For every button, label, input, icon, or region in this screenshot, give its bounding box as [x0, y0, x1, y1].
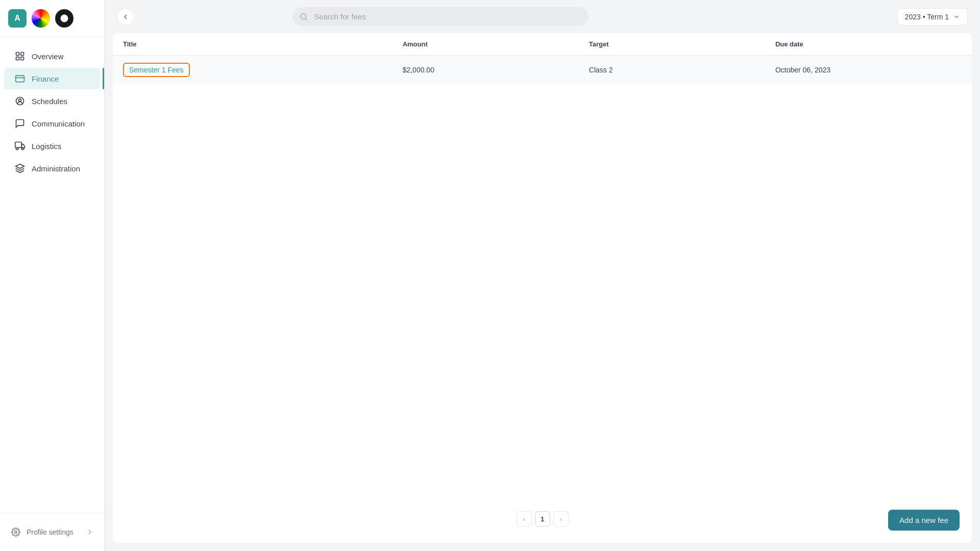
fee-target-cell: Class 2 — [589, 66, 775, 74]
term-selector[interactable]: 2023 • Term 1 — [897, 8, 968, 26]
add-new-fee-button[interactable]: Add a new fee — [888, 510, 960, 531]
sidebar-item-communication-label: Communication — [32, 119, 85, 128]
content-area: Title Amount Target Due date Semester 1 … — [113, 33, 972, 543]
svg-rect-3 — [16, 57, 19, 60]
pagination-next-button[interactable]: › — [553, 511, 569, 527]
sidebar-item-communication[interactable]: Communication — [4, 113, 100, 134]
schedules-icon — [14, 95, 26, 107]
svg-point-9 — [16, 147, 18, 149]
svg-rect-4 — [21, 57, 24, 60]
svg-point-12 — [301, 14, 306, 19]
table-header: Title Amount Target Due date — [113, 33, 972, 56]
table-row: Semester 1 Fees $2,000.00 Class 2 Octobe… — [113, 56, 972, 84]
col-header-amount: Amount — [403, 40, 589, 48]
fee-title-link[interactable]: Semester 1 Fees — [123, 63, 190, 77]
sidebar-item-logistics[interactable]: Logistics — [4, 135, 100, 157]
finance-icon — [14, 73, 26, 84]
sidebar-item-overview-label: Overview — [32, 52, 64, 61]
settings-icon — [10, 527, 21, 538]
col-header-title: Title — [123, 40, 403, 48]
logistics-icon — [14, 140, 26, 152]
col-header-target: Target — [589, 40, 775, 48]
svg-rect-5 — [16, 76, 24, 82]
profile-settings-item[interactable]: Profile settings — [4, 521, 100, 543]
sidebar-item-schedules-label: Schedules — [32, 97, 67, 106]
fee-amount-cell: $2,000.00 — [403, 66, 589, 74]
sidebar-item-administration-label: Administration — [32, 164, 80, 173]
overview-icon — [14, 51, 26, 62]
sidebar-item-overview[interactable]: Overview — [4, 45, 100, 67]
sidebar-item-finance[interactable]: Finance — [4, 68, 100, 89]
col-header-due-date: Due date — [775, 40, 962, 48]
svg-point-11 — [15, 531, 17, 534]
avatar-a[interactable]: A — [8, 9, 27, 28]
communication-icon — [14, 118, 26, 129]
svg-rect-8 — [15, 142, 21, 148]
svg-rect-1 — [16, 53, 19, 56]
avatar-rainbow[interactable] — [32, 9, 50, 28]
sidebar-item-logistics-label: Logistics — [32, 142, 61, 151]
svg-rect-2 — [21, 53, 24, 56]
sidebar-item-finance-label: Finance — [32, 74, 59, 83]
chevron-right-icon — [86, 528, 94, 536]
main-content: 2023 • Term 1 Title Amount Target Due da… — [105, 0, 980, 551]
pagination-prev-button[interactable]: ‹ — [517, 511, 532, 527]
sidebar-nav: Overview Finance Schedules Communication — [0, 37, 104, 513]
chevron-down-icon — [953, 13, 960, 20]
fee-title-cell[interactable]: Semester 1 Fees — [123, 63, 403, 77]
profile-settings-label: Profile settings — [27, 528, 74, 536]
sidebar: A Overview Finance Schedules — [0, 0, 105, 551]
svg-point-10 — [21, 147, 23, 149]
sidebar-top: A — [0, 0, 104, 37]
svg-point-7 — [19, 99, 21, 102]
pagination: ‹ 1 › — [508, 503, 577, 535]
search-input[interactable] — [292, 7, 589, 26]
avatar-dark[interactable] — [55, 9, 74, 28]
topbar: 2023 • Term 1 — [105, 0, 980, 33]
sidebar-bottom: Profile settings — [0, 513, 104, 551]
search-icon — [300, 13, 308, 21]
fee-due-date-cell: October 06, 2023 — [775, 66, 962, 74]
back-button[interactable] — [117, 8, 134, 26]
search-bar-container — [292, 7, 589, 26]
administration-icon — [14, 163, 26, 174]
term-label: 2023 • Term 1 — [905, 13, 949, 21]
sidebar-item-administration[interactable]: Administration — [4, 158, 100, 179]
sidebar-item-schedules[interactable]: Schedules — [4, 90, 100, 112]
pagination-page-1-button[interactable]: 1 — [535, 511, 550, 527]
svg-point-0 — [61, 15, 68, 22]
